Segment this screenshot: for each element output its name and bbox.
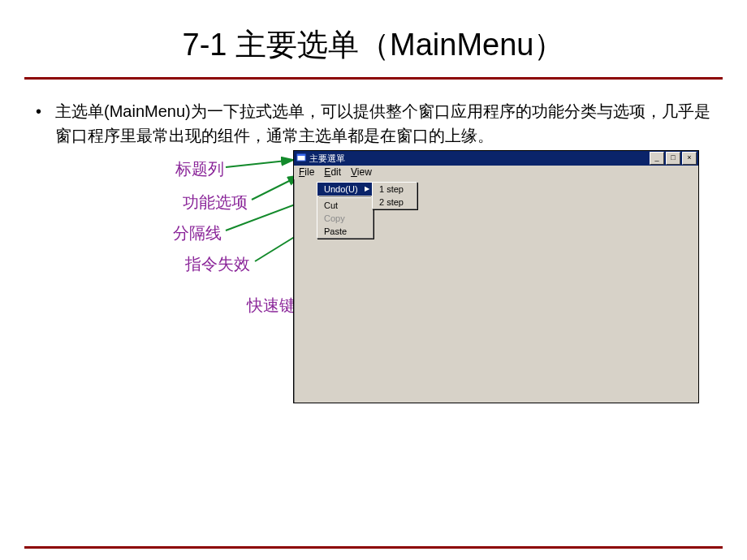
app-icon xyxy=(296,153,307,164)
menubar: File Edit View xyxy=(294,166,698,179)
sub-step2[interactable]: 2 step xyxy=(373,196,417,209)
bottom-divider xyxy=(24,546,723,549)
bullet-dot: • xyxy=(36,99,55,148)
ann-separator: 分隔线 xyxy=(173,222,222,244)
ann-titlebar: 标题列 xyxy=(175,158,224,180)
slide-title: 7-1 主要选单（MainMenu） xyxy=(0,0,747,77)
svg-rect-8 xyxy=(297,154,305,156)
minimize-button[interactable]: _ xyxy=(650,152,664,165)
diagram-stage: 标题列 功能选项 分隔线 指令失效 快速键 次选单 箭头符号 主要選 xyxy=(0,148,747,489)
ann-disabled: 指令失效 xyxy=(185,253,250,275)
dd-paste[interactable]: Paste xyxy=(317,225,373,238)
paragraph: 主选单(MainMenu)为一下拉式选单，可以提供整个窗口应用程序的功能分类与选… xyxy=(55,99,711,148)
dd-separator xyxy=(319,196,371,198)
close-button[interactable]: × xyxy=(682,152,697,165)
dd-undo[interactable]: Undo(U) ▶ xyxy=(317,183,373,196)
dd-cut[interactable]: Cut xyxy=(317,199,373,212)
body-text: • 主选单(MainMenu)为一下拉式选单，可以提供整个窗口应用程序的功能分类… xyxy=(0,80,747,148)
dd-copy: Copy xyxy=(317,212,373,225)
edit-dropdown: Undo(U) ▶ Cut Copy Paste xyxy=(317,182,374,239)
menu-view[interactable]: View xyxy=(349,166,374,178)
menu-file[interactable]: File xyxy=(297,166,316,178)
menu-edit[interactable]: Edit xyxy=(322,166,343,178)
maximize-button[interactable]: □ xyxy=(666,152,680,165)
ann-shortcut: 快速键 xyxy=(247,295,296,317)
ann-menuitem: 功能选项 xyxy=(183,192,248,213)
sample-window: 主要選單 _ □ × File Edit View Undo(U) ▶ Cut … xyxy=(293,150,699,403)
sub-step1[interactable]: 1 step xyxy=(373,183,417,196)
submenu-arrow-icon: ▶ xyxy=(365,185,369,193)
titlebar: 主要選單 _ □ × xyxy=(294,151,698,166)
svg-line-0 xyxy=(226,160,294,167)
window-title: 主要選單 xyxy=(309,153,345,165)
undo-submenu: 1 step 2 step xyxy=(372,182,417,209)
